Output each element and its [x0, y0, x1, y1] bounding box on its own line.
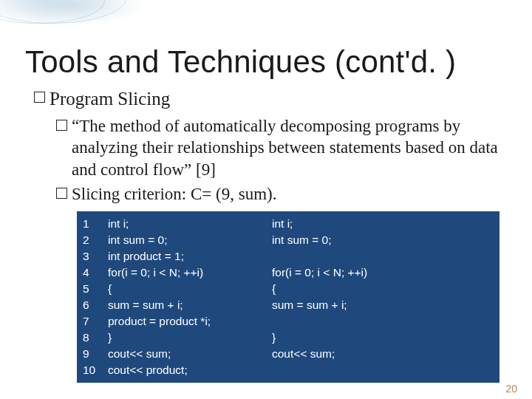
page-number: 20 — [505, 383, 517, 395]
code-block: 1 2 3 4 5 6 7 8 9 10 int i; int sum = 0;… — [77, 211, 499, 383]
slide-title: Tools and Techniques (cont'd. ) — [0, 0, 532, 84]
bullet-main-text: Program Slicing — [50, 87, 170, 111]
square-bullet-icon — [56, 188, 67, 199]
code-original: int i; int sum = 0; int product = 1; for… — [108, 216, 272, 378]
square-bullet-icon — [34, 92, 45, 103]
slide: Tools and Techniques (cont'd. ) Program … — [0, 0, 532, 399]
bullet-sub-quote-text: “The method of automatically decomposing… — [72, 115, 498, 180]
bullet-sub-criterion: Slicing criterion: C= (9, sum). — [34, 183, 498, 205]
line-numbers: 1 2 3 4 5 6 7 8 9 10 — [83, 216, 108, 378]
bullet-sub-quote: “The method of automatically decomposing… — [34, 115, 498, 180]
code-sliced: int i; int sum = 0; for(i = 0; i < N; ++… — [272, 216, 494, 378]
slide-content: Program Slicing “The method of automatic… — [0, 87, 532, 383]
bullet-sub-criterion-text: Slicing criterion: C= (9, sum). — [72, 183, 276, 205]
bullet-main: Program Slicing — [34, 87, 498, 111]
square-bullet-icon — [56, 120, 67, 131]
